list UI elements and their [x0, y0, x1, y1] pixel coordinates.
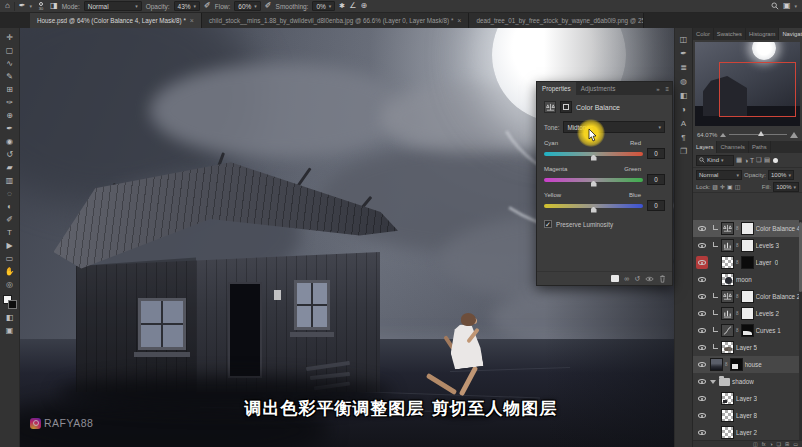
eyedropper-tool-icon[interactable]: ✑: [2, 96, 18, 109]
layer-opacity-dropdown[interactable]: 100% ▾: [768, 170, 794, 180]
close-icon[interactable]: ×: [190, 17, 194, 24]
lock-all-icon[interactable]: ◫: [735, 183, 741, 190]
delete-icon[interactable]: [659, 275, 666, 283]
layer-mask-thumbnail[interactable]: [741, 222, 754, 235]
filter-smartobject-icon[interactable]: ▤: [764, 156, 770, 164]
visibility-toggle[interactable]: [696, 243, 708, 248]
panel-icon-history[interactable]: ◫: [680, 32, 688, 46]
layer-mask-thumbnail[interactable]: [730, 358, 743, 371]
foreground-background-swatches[interactable]: [3, 295, 17, 309]
slider-thumb[interactable]: [591, 155, 597, 161]
layer-name[interactable]: moon: [736, 276, 752, 283]
panel-icon-properties[interactable]: ≣: [680, 60, 687, 74]
marquee-tool-icon[interactable]: ▢: [2, 44, 18, 57]
search-icon[interactable]: [771, 2, 779, 10]
filter-shape-icon[interactable]: ❏: [756, 156, 762, 164]
visibility-toggle[interactable]: [696, 362, 708, 367]
layer-row-layer-3[interactable]: Layer 3: [693, 390, 802, 407]
tab-paths[interactable]: Paths: [749, 141, 771, 153]
link-layers-icon[interactable]: ◫: [753, 441, 758, 447]
mode-dropdown[interactable]: Normal ▾: [84, 1, 142, 11]
layer-row-moon[interactable]: moon: [693, 271, 802, 288]
visibility-toggle[interactable]: [696, 345, 708, 350]
clone-stamp-tool-icon[interactable]: ◉: [2, 135, 18, 148]
home-icon[interactable]: ⌂: [5, 2, 10, 10]
background-color-swatch[interactable]: [8, 300, 17, 309]
group-expand-icon[interactable]: [710, 380, 716, 384]
brush-tool-icon[interactable]: ✒: [2, 122, 18, 135]
flow-dropdown[interactable]: 60% ▾: [234, 1, 261, 11]
document-tab-child-stock[interactable]: child_stock__mins_1.88_by_dwildevil_d8l0…: [202, 13, 470, 28]
shape-tool-icon[interactable]: ▭: [2, 252, 18, 265]
layer-row-layer-5[interactable]: Layer 5: [693, 339, 802, 356]
layer-thumbnail[interactable]: [710, 358, 723, 371]
slider-value[interactable]: 0: [647, 148, 665, 159]
chevron-down-icon[interactable]: ▾: [794, 3, 797, 9]
preserve-luminosity-checkbox[interactable]: ✓: [544, 220, 552, 228]
visibility-toggle[interactable]: [696, 396, 708, 401]
blur-tool-icon[interactable]: ◌: [2, 187, 18, 200]
layer-thumbnail[interactable]: [721, 341, 734, 354]
new-layer-icon[interactable]: ⊞: [785, 441, 789, 447]
smoothing-dropdown[interactable]: 0% ▾: [312, 1, 335, 11]
layer-name[interactable]: Layer 5: [736, 344, 757, 351]
layer-row-shadow-group[interactable]: shadow: [693, 373, 802, 390]
fill-dropdown[interactable]: 100% ▾: [773, 182, 799, 192]
tab-channels[interactable]: Channels: [717, 141, 749, 153]
layer-row-levels-2[interactable]: 8 Levels 2: [693, 305, 802, 322]
lock-position-icon[interactable]: ✛: [720, 183, 725, 190]
layer-name[interactable]: shadow: [732, 378, 754, 385]
layer-thumbnail[interactable]: [721, 273, 734, 286]
layer-name[interactable]: house: [745, 361, 762, 368]
magenta-green-slider[interactable]: [544, 178, 643, 182]
layer-name[interactable]: Color Balance 2: [756, 293, 801, 300]
pressure-size-icon[interactable]: ⊕: [360, 2, 367, 10]
layer-name[interactable]: Levels 2: [756, 310, 779, 317]
panel-icon-brush-settings[interactable]: ✒: [680, 46, 687, 60]
collapse-panel-icon[interactable]: »: [653, 82, 662, 95]
visibility-toggle[interactable]: [696, 294, 708, 299]
layer-row-house[interactable]: 8 house: [693, 356, 802, 373]
layer-row-levels-3[interactable]: 8 Levels 3: [693, 237, 802, 254]
slider-thumb[interactable]: [591, 207, 597, 213]
layer-thumbnail[interactable]: [721, 256, 734, 269]
tab-layers[interactable]: Layers: [693, 141, 717, 153]
levels-icon[interactable]: [721, 239, 734, 252]
lasso-tool-icon[interactable]: ∿: [2, 57, 18, 70]
pen-tool-icon[interactable]: ✐: [2, 213, 18, 226]
delete-layer-icon[interactable]: ▭: [793, 441, 798, 447]
color-balance-icon[interactable]: [721, 222, 734, 235]
slider-thumb[interactable]: [758, 131, 764, 136]
visibility-icon[interactable]: [645, 276, 654, 282]
layer-mask-thumbnail[interactable]: [741, 239, 754, 252]
filter-kind-dropdown[interactable]: Kind ▾: [696, 155, 734, 166]
reset-icon[interactable]: ↺: [634, 275, 640, 283]
clip-to-layer-icon[interactable]: [611, 275, 619, 282]
layer-thumbnail[interactable]: [721, 426, 734, 439]
add-mask-icon[interactable]: ❏: [777, 441, 781, 447]
quick-select-tool-icon[interactable]: ✎: [2, 70, 18, 83]
visibility-toggle[interactable]: [696, 430, 708, 435]
levels-icon[interactable]: [721, 307, 734, 320]
brush-tool-icon[interactable]: ✒: [19, 2, 26, 10]
filter-adjustment-icon[interactable]: ◑: [744, 157, 748, 164]
color-balance-icon[interactable]: [721, 290, 734, 303]
gradient-tool-icon[interactable]: ▥: [2, 174, 18, 187]
tab-navigator[interactable]: Navigator: [779, 28, 802, 40]
navigator-zoom-slider[interactable]: [729, 134, 787, 135]
layer-style-icon[interactable]: fx: [762, 441, 766, 447]
cyan-red-slider[interactable]: [544, 152, 643, 156]
eraser-tool-icon[interactable]: ▰: [2, 161, 18, 174]
panel-icon-paragraph[interactable]: ¶: [681, 130, 685, 144]
path-select-tool-icon[interactable]: ▶: [2, 239, 18, 252]
layer-row-layer-8[interactable]: Layer 8: [693, 407, 802, 424]
tab-swatches[interactable]: Swatches: [714, 28, 746, 40]
opacity-dropdown[interactable]: 43% ▾: [174, 1, 201, 11]
navigator-view-rect[interactable]: [719, 62, 796, 117]
pressure-opacity-icon[interactable]: ✐: [204, 2, 211, 10]
dodge-tool-icon[interactable]: ◐: [2, 200, 18, 213]
smoothing-gear-icon[interactable]: ✱: [339, 2, 345, 10]
curves-icon[interactable]: [721, 324, 734, 337]
zoom-in-icon[interactable]: [790, 132, 798, 138]
view-previous-state-icon[interactable]: ∞: [624, 275, 629, 282]
